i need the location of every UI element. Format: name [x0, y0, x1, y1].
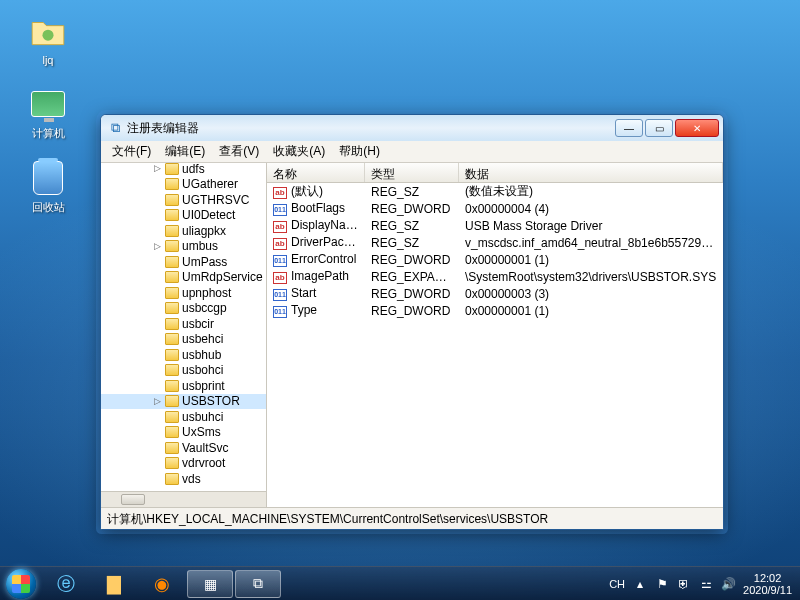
col-name[interactable]: 名称 [267, 163, 365, 182]
tree-item[interactable]: UGatherer [101, 177, 266, 193]
menu-help[interactable]: 帮助(H) [332, 143, 387, 160]
tree-item[interactable]: vds [101, 471, 266, 487]
col-type[interactable]: 类型 [365, 163, 459, 182]
list-row[interactable]: ab(默认)REG_SZ(数值未设置) [267, 183, 723, 200]
tree-item[interactable]: UxSms [101, 425, 266, 441]
expand-icon[interactable]: ▷ [153, 242, 162, 251]
clock-time: 12:02 [743, 572, 792, 584]
tree-item[interactable]: ▷umbus [101, 239, 266, 255]
tree-item-label: UmPass [182, 255, 227, 269]
maximize-button[interactable]: ▭ [645, 119, 673, 137]
tree-item[interactable]: usbcir [101, 316, 266, 332]
tree-hscrollbar[interactable] [101, 491, 266, 507]
menu-file[interactable]: 文件(F) [105, 143, 158, 160]
window-title: 注册表编辑器 [127, 120, 615, 137]
menu-favorites[interactable]: 收藏夹(A) [266, 143, 332, 160]
list-row[interactable]: abDriverPackageIdREG_SZv_mscdsc.inf_amd6… [267, 234, 723, 251]
clock[interactable]: 12:02 2020/9/11 [743, 572, 792, 596]
user-folder-icon [28, 12, 68, 52]
tree-item[interactable]: usbehci [101, 332, 266, 348]
folder-icon [165, 333, 179, 345]
desktop-icon-user[interactable]: ljq [18, 12, 78, 66]
taskbar-app-1[interactable]: ▦ [187, 570, 233, 598]
security-icon[interactable]: ⛨ [677, 577, 691, 591]
volume-icon[interactable]: 🔊 [721, 577, 735, 591]
cell-type: REG_DWORD [365, 287, 459, 301]
tree-item[interactable]: UmRdpService [101, 270, 266, 286]
expand-icon[interactable]: ▷ [153, 397, 162, 406]
titlebar[interactable]: ⧉ 注册表编辑器 — ▭ ✕ [101, 115, 723, 141]
folder-icon [165, 271, 179, 283]
wmp-icon: ◉ [154, 573, 170, 595]
network-icon[interactable]: ⚍ [699, 577, 713, 591]
close-button[interactable]: ✕ [675, 119, 719, 137]
string-icon: ab [273, 187, 287, 199]
desktop-icon-label: 计算机 [18, 126, 78, 141]
clock-date: 2020/9/11 [743, 584, 792, 596]
list-row[interactable]: 011BootFlagsREG_DWORD0x00000004 (4) [267, 200, 723, 217]
taskbar-regedit[interactable]: ⧉ [235, 570, 281, 598]
tray-up-icon[interactable]: ▴ [633, 577, 647, 591]
cell-name: abDriverPackageId [267, 235, 365, 250]
tree-item[interactable]: ▷USBSTOR [101, 394, 266, 410]
menubar: 文件(F) 编辑(E) 查看(V) 收藏夹(A) 帮助(H) [101, 141, 723, 163]
tree-item[interactable]: UI0Detect [101, 208, 266, 224]
tree-item[interactable]: uliagpkx [101, 223, 266, 239]
regedit-icon: ⧉ [253, 575, 263, 592]
cell-name: abDisplayName [267, 218, 365, 233]
list-row[interactable]: abImagePathREG_EXPAND_SZ\SystemRoot\syst… [267, 268, 723, 285]
list-row[interactable]: abDisplayNameREG_SZUSB Mass Storage Driv… [267, 217, 723, 234]
desktop-icon-computer[interactable]: 计算机 [18, 84, 78, 141]
tree-item[interactable]: VaultSvc [101, 440, 266, 456]
tree-item[interactable]: UmPass [101, 254, 266, 270]
computer-icon [28, 84, 68, 124]
taskbar-explorer[interactable]: ▇ [91, 570, 137, 598]
tree-item[interactable]: usbuhci [101, 409, 266, 425]
cell-data: USB Mass Storage Driver [459, 219, 723, 233]
tree-item-label: usbprint [182, 379, 225, 393]
cell-data: v_mscdsc.inf_amd64_neutral_8b1e6b55729c3… [459, 236, 723, 250]
cell-type: REG_EXPAND_SZ [365, 270, 459, 284]
tree-item[interactable]: usbccgp [101, 301, 266, 317]
language-indicator[interactable]: CH [609, 578, 625, 590]
app-icon: ▦ [204, 576, 217, 592]
tree-pane[interactable]: ▷udfsUGathererUGTHRSVCUI0Detectuliagpkx▷… [101, 163, 267, 507]
list-header[interactable]: 名称 类型 数据 [267, 163, 723, 183]
cell-data: \SystemRoot\system32\drivers\USBSTOR.SYS [459, 270, 723, 284]
tree-item[interactable]: vdrvroot [101, 456, 266, 472]
tree-item-label: USBSTOR [182, 394, 240, 408]
action-center-icon[interactable]: ⚑ [655, 577, 669, 591]
menu-view[interactable]: 查看(V) [212, 143, 266, 160]
desktop-icon-recycle[interactable]: 回收站 [18, 158, 78, 215]
tree-item[interactable]: usbhub [101, 347, 266, 363]
cell-name: 011ErrorControl [267, 252, 365, 267]
tree-item[interactable]: usbohci [101, 363, 266, 379]
tree-item[interactable]: ▷udfs [101, 163, 266, 177]
menu-edit[interactable]: 编辑(E) [158, 143, 212, 160]
tree-item-label: uliagpkx [182, 224, 226, 238]
taskbar-media[interactable]: ◉ [139, 570, 185, 598]
tree-item[interactable]: usbprint [101, 378, 266, 394]
folder-icon [165, 225, 179, 237]
col-data[interactable]: 数据 [459, 163, 723, 182]
tree-item[interactable]: upnphost [101, 285, 266, 301]
list-row[interactable]: 011StartREG_DWORD0x00000003 (3) [267, 285, 723, 302]
folder-icon [165, 302, 179, 314]
tree-item-label: VaultSvc [182, 441, 228, 455]
tree-item-label: UxSms [182, 425, 221, 439]
expand-icon[interactable]: ▷ [153, 164, 162, 173]
regedit-window: ⧉ 注册表编辑器 — ▭ ✕ 文件(F) 编辑(E) 查看(V) 收藏夹(A) … [100, 114, 724, 530]
folder-icon [165, 395, 179, 407]
dword-icon: 011 [273, 204, 287, 216]
minimize-button[interactable]: — [615, 119, 643, 137]
desktop-icon-label: ljq [18, 54, 78, 66]
taskbar-ie[interactable]: ⓔ [43, 570, 89, 598]
folder-icon [165, 426, 179, 438]
tree-item[interactable]: UGTHRSVC [101, 192, 266, 208]
list-row[interactable]: 011TypeREG_DWORD0x00000001 (1) [267, 302, 723, 319]
cell-data: 0x00000004 (4) [459, 202, 723, 216]
list-row[interactable]: 011ErrorControlREG_DWORD0x00000001 (1) [267, 251, 723, 268]
cell-type: REG_SZ [365, 219, 459, 233]
list-pane[interactable]: 名称 类型 数据 ab(默认)REG_SZ(数值未设置)011BootFlags… [267, 163, 723, 507]
start-button[interactable] [0, 567, 42, 601]
